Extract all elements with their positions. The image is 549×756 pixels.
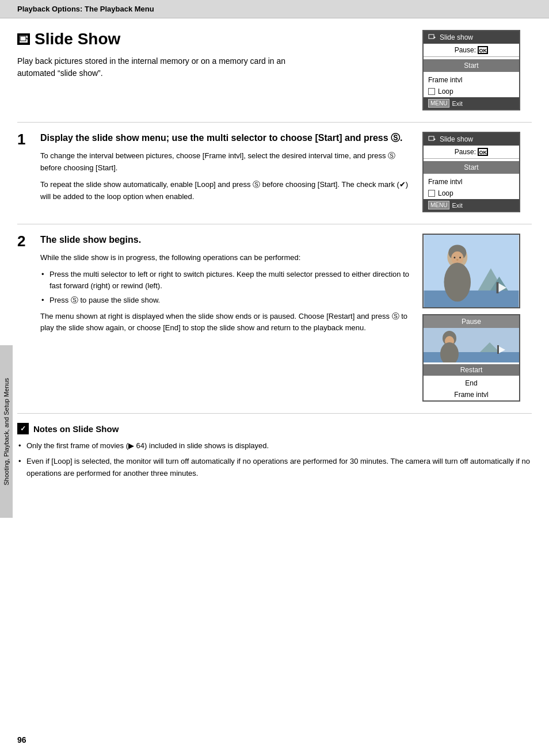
header-title: Playback Options: The Playback Menu [17,5,154,13]
pause-end-item: End [424,377,519,389]
step2-left: 2 The slide show begins. While the slide… [17,234,411,402]
page-number: 96 [17,735,26,744]
pause-illustration [424,328,519,362]
menu-frame-intvl-item: Frame intvl [424,74,519,86]
bullet-item-2: Press Ⓢ to pause the slide show. [40,295,411,306]
pause-menu: Pause Restart [422,314,520,402]
section-title-row: Slide Show [17,30,411,48]
step1-menu-right: Slide show Pause: OK Start Frame intvl L… [422,132,532,212]
step1-header: 1 Display the slide show menu; use the m… [17,132,411,208]
loop-checkbox-2 [428,190,435,197]
menu-loop-item: Loop [424,86,519,97]
loop-label: Loop [438,87,453,96]
slide-show-title: Slide Show [35,30,120,48]
menu-frame-intvl-label-2: Frame intvl [428,178,462,186]
step2-section: 2 The slide show begins. While the slide… [17,234,532,402]
main-content: Slide Show Play back pictures stored in … [0,18,549,494]
pause-header-label: Pause [462,318,481,326]
pause-restart-item: Restart [424,364,519,376]
menu-footer: MENU Exit [424,97,519,109]
side-tab: Shooting, Playback, and Setup Menus [0,345,13,518]
svg-rect-12 [424,291,519,307]
step1-heading: Display the slide show menu; use the mul… [40,132,411,144]
notes-list: Only the first frame of movies (▶ 64) in… [17,440,532,479]
menu-start-label-2: Start [464,163,478,171]
step2-number: 2 [17,234,25,249]
slide-show-illustration [422,234,520,308]
divider-1 [17,122,532,123]
menu-start-item-2: Start [424,161,519,174]
menu-header-label-2: Slide show [440,135,473,143]
menu-ui-step1: Slide show Pause: OK Start Frame intvl L… [422,132,520,212]
menu-header-2: Slide show [424,133,519,146]
slide-show-menu-right: Slide show Pause: OK Start Frame intvl L… [422,30,532,110]
menu-start-label: Start [464,62,478,70]
notes-item-2: Even if [Loop] is selected, the monitor … [17,456,532,480]
step2-right: Pause Restart [422,234,532,402]
slide-show-left: Slide Show Play back pictures stored in … [17,30,411,110]
menu-start-item: Start [424,59,519,72]
step1-para2: To repeat the slide show automatically, … [40,179,411,203]
menu-slide-icon-2 [428,136,436,143]
notes-icon: ✓ [17,423,29,434]
svg-rect-24 [424,352,519,362]
step1-left: 1 Display the slide show menu; use the m… [17,132,411,212]
step1-para1: To change the interval between pictures,… [40,150,411,174]
menu-header: Slide show [424,31,519,44]
menu-key: MENU [428,99,449,108]
menu-exit-label: Exit [452,100,462,107]
step2-bullets: Press the multi selector to left or righ… [40,269,411,306]
svg-point-21 [456,259,459,261]
menu-pause-row: Pause: OK [424,44,519,57]
pause-frame-label: Frame intvl [454,391,488,399]
notes-item-1: Only the first frame of movies (▶ 64) in… [17,440,532,452]
slide-show-icon [17,33,30,45]
page-header: Playback Options: The Playback Menu [0,0,549,18]
svg-point-19 [453,257,455,258]
svg-point-20 [459,257,461,258]
pause-end-label: End [465,379,477,387]
slide-show-description: Play back pictures stored in the interna… [17,55,293,79]
step1-section: 1 Display the slide show menu; use the m… [17,132,532,212]
menu-key-2: MENU [428,201,449,209]
menu-header-label: Slide show [440,33,473,41]
menu-ui-top: Slide show Pause: OK Start Frame intvl L… [422,30,520,110]
menu-loop-item-2: Loop [424,188,519,199]
step1-number: 1 [17,132,25,147]
svg-rect-0 [20,36,28,43]
svg-rect-25 [497,345,499,354]
menu-footer-2: MENU Exit [424,199,519,211]
notes-heading: Notes on Slide Show [33,424,119,434]
step2-heading: The slide show begins. [40,234,411,246]
bullet-item-1: Press the multi selector to left or righ… [40,269,411,291]
menu-frame-intvl-item-2: Frame intvl [424,176,519,188]
divider-2 [17,224,532,224]
step1-content: Display the slide show menu; use the mul… [40,132,411,203]
loop-checkbox [428,88,435,95]
step2-header: 2 The slide show begins. While the slide… [17,234,411,339]
menu-pause-row-2: Pause: OK [424,146,519,159]
side-tab-label: Shooting, Playback, and Setup Menus [3,378,10,486]
svg-rect-13 [497,282,499,293]
menu-pause-label: Pause: [455,46,476,54]
step2-para1: While the slide show is in progress, the… [40,252,411,264]
step2-para2: The menu shown at right is displayed whe… [40,311,411,335]
menu-slide-icon [428,34,436,41]
ok-icon: OK [478,46,488,54]
pause-restart-label: Restart [460,366,483,374]
slide-show-section: Slide Show Play back pictures stored in … [17,30,532,110]
step2-content: The slide show begins. While the slide s… [40,234,411,334]
pause-frame-item: Frame intvl [424,389,519,400]
menu-frame-intvl-label: Frame intvl [428,76,462,84]
notes-title-row: ✓ Notes on Slide Show [17,423,532,434]
notes-section: ✓ Notes on Slide Show Only the first fra… [17,413,532,479]
menu-exit-label-2: Exit [452,202,462,209]
pause-header: Pause [424,315,519,328]
svg-point-18 [444,262,471,301]
menu-pause-label-2: Pause: [455,148,476,156]
ok-icon-2: OK [478,148,488,156]
loop-label-2: Loop [438,189,453,197]
